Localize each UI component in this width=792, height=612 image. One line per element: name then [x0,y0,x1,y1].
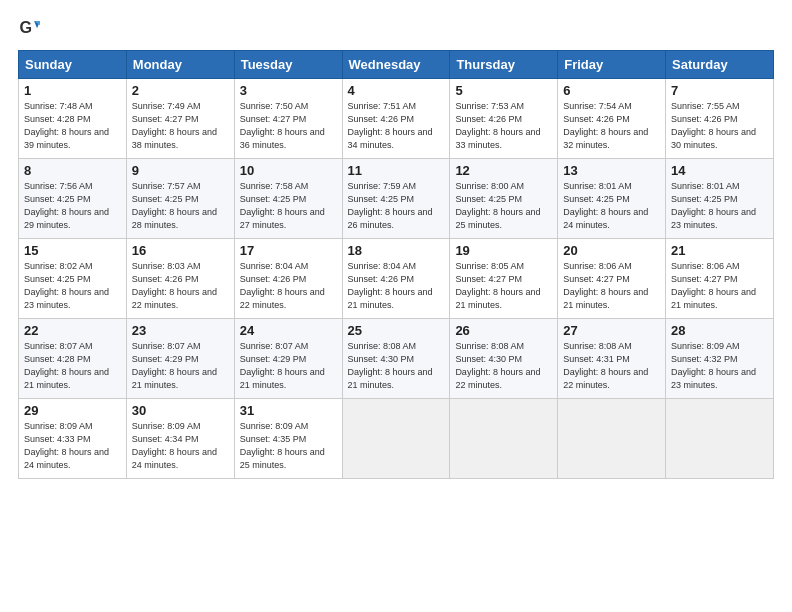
cell-content: Sunrise: 7:59 AM Sunset: 4:25 PM Dayligh… [348,180,445,232]
day-header-thursday: Thursday [450,51,558,79]
cell-content: Sunrise: 7:53 AM Sunset: 4:26 PM Dayligh… [455,100,552,152]
day-number: 2 [132,83,229,98]
calendar-cell [450,399,558,479]
calendar-cell: 13 Sunrise: 8:01 AM Sunset: 4:25 PM Dayl… [558,159,666,239]
day-number: 1 [24,83,121,98]
cell-content: Sunrise: 8:09 AM Sunset: 4:33 PM Dayligh… [24,420,121,472]
day-number: 20 [563,243,660,258]
day-number: 11 [348,163,445,178]
calendar-cell: 20 Sunrise: 8:06 AM Sunset: 4:27 PM Dayl… [558,239,666,319]
day-header-saturday: Saturday [666,51,774,79]
logo-icon: G [18,18,40,40]
day-number: 27 [563,323,660,338]
cell-content: Sunrise: 8:09 AM Sunset: 4:35 PM Dayligh… [240,420,337,472]
week-row-2: 8 Sunrise: 7:56 AM Sunset: 4:25 PM Dayli… [19,159,774,239]
page: G SundayMondayTuesdayWednesdayThursdayFr… [0,0,792,612]
calendar-cell: 16 Sunrise: 8:03 AM Sunset: 4:26 PM Dayl… [126,239,234,319]
day-number: 16 [132,243,229,258]
day-header-monday: Monday [126,51,234,79]
calendar-cell: 27 Sunrise: 8:08 AM Sunset: 4:31 PM Dayl… [558,319,666,399]
logo: G [18,18,44,40]
cell-content: Sunrise: 8:08 AM Sunset: 4:30 PM Dayligh… [455,340,552,392]
day-number: 3 [240,83,337,98]
calendar-cell [666,399,774,479]
calendar-cell: 24 Sunrise: 8:07 AM Sunset: 4:29 PM Dayl… [234,319,342,399]
cell-content: Sunrise: 7:49 AM Sunset: 4:27 PM Dayligh… [132,100,229,152]
day-number: 6 [563,83,660,98]
calendar-cell: 7 Sunrise: 7:55 AM Sunset: 4:26 PM Dayli… [666,79,774,159]
day-header-wednesday: Wednesday [342,51,450,79]
cell-content: Sunrise: 8:07 AM Sunset: 4:29 PM Dayligh… [132,340,229,392]
day-number: 13 [563,163,660,178]
calendar-cell: 31 Sunrise: 8:09 AM Sunset: 4:35 PM Dayl… [234,399,342,479]
day-number: 21 [671,243,768,258]
day-number: 30 [132,403,229,418]
week-row-1: 1 Sunrise: 7:48 AM Sunset: 4:28 PM Dayli… [19,79,774,159]
calendar-cell: 3 Sunrise: 7:50 AM Sunset: 4:27 PM Dayli… [234,79,342,159]
day-number: 10 [240,163,337,178]
calendar-cell: 2 Sunrise: 7:49 AM Sunset: 4:27 PM Dayli… [126,79,234,159]
cell-content: Sunrise: 7:58 AM Sunset: 4:25 PM Dayligh… [240,180,337,232]
day-number: 22 [24,323,121,338]
calendar-cell: 21 Sunrise: 8:06 AM Sunset: 4:27 PM Dayl… [666,239,774,319]
day-number: 19 [455,243,552,258]
cell-content: Sunrise: 8:01 AM Sunset: 4:25 PM Dayligh… [671,180,768,232]
day-number: 9 [132,163,229,178]
cell-content: Sunrise: 7:54 AM Sunset: 4:26 PM Dayligh… [563,100,660,152]
calendar-cell: 10 Sunrise: 7:58 AM Sunset: 4:25 PM Dayl… [234,159,342,239]
cell-content: Sunrise: 8:06 AM Sunset: 4:27 PM Dayligh… [563,260,660,312]
cell-content: Sunrise: 8:08 AM Sunset: 4:30 PM Dayligh… [348,340,445,392]
calendar-cell: 1 Sunrise: 7:48 AM Sunset: 4:28 PM Dayli… [19,79,127,159]
cell-content: Sunrise: 8:05 AM Sunset: 4:27 PM Dayligh… [455,260,552,312]
cell-content: Sunrise: 7:48 AM Sunset: 4:28 PM Dayligh… [24,100,121,152]
calendar-cell: 18 Sunrise: 8:04 AM Sunset: 4:26 PM Dayl… [342,239,450,319]
cell-content: Sunrise: 7:55 AM Sunset: 4:26 PM Dayligh… [671,100,768,152]
cell-content: Sunrise: 8:02 AM Sunset: 4:25 PM Dayligh… [24,260,121,312]
cell-content: Sunrise: 8:09 AM Sunset: 4:32 PM Dayligh… [671,340,768,392]
calendar-cell [558,399,666,479]
calendar-cell: 26 Sunrise: 8:08 AM Sunset: 4:30 PM Dayl… [450,319,558,399]
day-header-friday: Friday [558,51,666,79]
calendar-cell: 5 Sunrise: 7:53 AM Sunset: 4:26 PM Dayli… [450,79,558,159]
day-number: 24 [240,323,337,338]
calendar-cell [342,399,450,479]
day-number: 18 [348,243,445,258]
calendar-cell: 9 Sunrise: 7:57 AM Sunset: 4:25 PM Dayli… [126,159,234,239]
cell-content: Sunrise: 8:04 AM Sunset: 4:26 PM Dayligh… [240,260,337,312]
calendar-cell: 11 Sunrise: 7:59 AM Sunset: 4:25 PM Dayl… [342,159,450,239]
day-number: 25 [348,323,445,338]
calendar-cell: 23 Sunrise: 8:07 AM Sunset: 4:29 PM Dayl… [126,319,234,399]
cell-content: Sunrise: 7:57 AM Sunset: 4:25 PM Dayligh… [132,180,229,232]
calendar-cell: 30 Sunrise: 8:09 AM Sunset: 4:34 PM Dayl… [126,399,234,479]
day-number: 14 [671,163,768,178]
day-number: 28 [671,323,768,338]
week-row-3: 15 Sunrise: 8:02 AM Sunset: 4:25 PM Dayl… [19,239,774,319]
day-number: 17 [240,243,337,258]
calendar-cell: 25 Sunrise: 8:08 AM Sunset: 4:30 PM Dayl… [342,319,450,399]
calendar-cell: 8 Sunrise: 7:56 AM Sunset: 4:25 PM Dayli… [19,159,127,239]
cell-content: Sunrise: 7:50 AM Sunset: 4:27 PM Dayligh… [240,100,337,152]
calendar-cell: 29 Sunrise: 8:09 AM Sunset: 4:33 PM Dayl… [19,399,127,479]
day-number: 26 [455,323,552,338]
calendar: SundayMondayTuesdayWednesdayThursdayFrid… [18,50,774,479]
day-header-sunday: Sunday [19,51,127,79]
calendar-cell: 6 Sunrise: 7:54 AM Sunset: 4:26 PM Dayli… [558,79,666,159]
cell-content: Sunrise: 8:01 AM Sunset: 4:25 PM Dayligh… [563,180,660,232]
cell-content: Sunrise: 7:51 AM Sunset: 4:26 PM Dayligh… [348,100,445,152]
calendar-cell: 12 Sunrise: 8:00 AM Sunset: 4:25 PM Dayl… [450,159,558,239]
cell-content: Sunrise: 8:08 AM Sunset: 4:31 PM Dayligh… [563,340,660,392]
day-number: 29 [24,403,121,418]
cell-content: Sunrise: 8:04 AM Sunset: 4:26 PM Dayligh… [348,260,445,312]
header: G [18,18,774,40]
calendar-cell: 14 Sunrise: 8:01 AM Sunset: 4:25 PM Dayl… [666,159,774,239]
cell-content: Sunrise: 8:09 AM Sunset: 4:34 PM Dayligh… [132,420,229,472]
svg-text:G: G [19,18,32,36]
calendar-cell: 4 Sunrise: 7:51 AM Sunset: 4:26 PM Dayli… [342,79,450,159]
calendar-cell: 22 Sunrise: 8:07 AM Sunset: 4:28 PM Dayl… [19,319,127,399]
day-number: 5 [455,83,552,98]
day-number: 12 [455,163,552,178]
cell-content: Sunrise: 8:07 AM Sunset: 4:29 PM Dayligh… [240,340,337,392]
day-number: 31 [240,403,337,418]
cell-content: Sunrise: 8:07 AM Sunset: 4:28 PM Dayligh… [24,340,121,392]
calendar-cell: 17 Sunrise: 8:04 AM Sunset: 4:26 PM Dayl… [234,239,342,319]
